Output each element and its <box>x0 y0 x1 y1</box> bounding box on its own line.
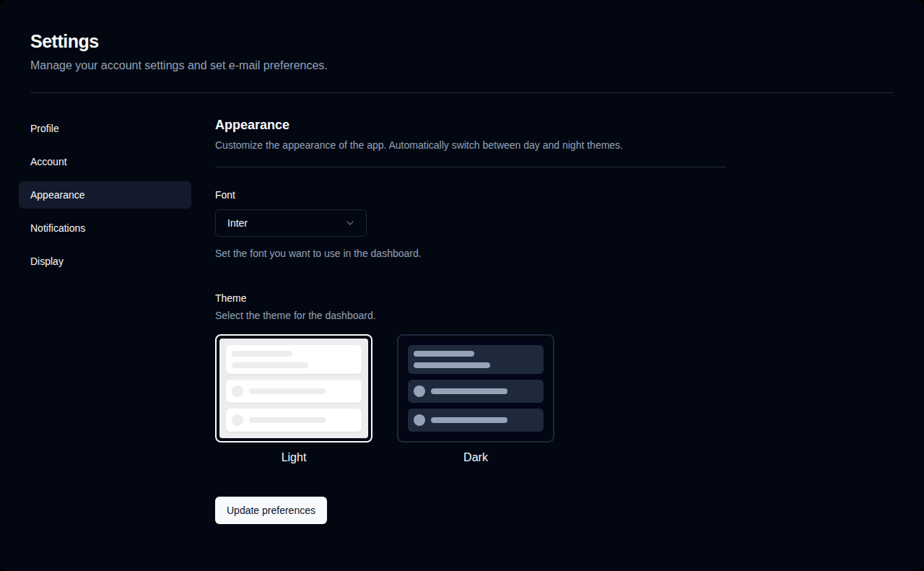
skeleton-dot <box>232 385 243 397</box>
theme-options: Light <box>215 334 726 465</box>
skeleton-card <box>408 409 544 432</box>
update-preferences-button[interactable]: Update preferences <box>215 497 327 524</box>
theme-option-dark-label: Dark <box>397 443 554 465</box>
font-helper-text: Set the font you want to use in the dash… <box>215 246 726 261</box>
skeleton-card <box>408 380 544 403</box>
theme-field: Theme Select the theme for the dashboard… <box>215 292 726 465</box>
font-field: Font Inter Set the font you want to use … <box>215 189 726 261</box>
dark-preview-panel <box>401 339 550 438</box>
chevron-down-icon <box>344 217 356 229</box>
skeleton-bar <box>232 362 308 368</box>
skeleton-bar <box>249 388 326 394</box>
skeleton-card <box>226 409 362 432</box>
settings-page: Settings Manage your account settings an… <box>0 0 924 571</box>
content-area: Profile Account Appearance Notifications… <box>0 93 924 524</box>
skeleton-dot <box>414 414 425 426</box>
sidebar-item-account[interactable]: Account <box>19 148 191 175</box>
sidebar-item-profile[interactable]: Profile <box>19 115 191 142</box>
theme-option-light-label: Light <box>215 443 372 465</box>
font-select[interactable]: Inter <box>215 209 367 237</box>
theme-label: Theme <box>215 292 726 304</box>
theme-preview-light <box>215 334 372 443</box>
sidebar-item-display[interactable]: Display <box>19 248 191 275</box>
settings-sidebar: Profile Account Appearance Notifications… <box>19 115 191 524</box>
section-heading: Appearance <box>215 115 726 135</box>
appearance-section: Appearance Customize the appearance of t… <box>215 115 726 524</box>
skeleton-bar <box>431 417 507 423</box>
skeleton-bar <box>249 417 326 423</box>
theme-option-dark[interactable]: Dark <box>397 334 554 465</box>
skeleton-bar <box>414 362 490 368</box>
light-preview-panel <box>219 339 368 438</box>
skeleton-bar <box>431 388 507 394</box>
font-label: Font <box>215 189 726 201</box>
sidebar-item-notifications[interactable]: Notifications <box>19 214 191 242</box>
skeleton-card <box>226 345 362 374</box>
page-subtitle: Manage your account settings and set e-m… <box>30 58 894 74</box>
section-description: Customize the appearance of the app. Aut… <box>215 138 726 152</box>
section-separator <box>215 167 726 167</box>
theme-description: Select the theme for the dashboard. <box>215 308 726 323</box>
sidebar-item-appearance[interactable]: Appearance <box>19 181 191 209</box>
skeleton-card <box>226 380 362 403</box>
skeleton-bar <box>414 351 474 357</box>
theme-option-light[interactable]: Light <box>215 334 372 465</box>
skeleton-dot <box>232 414 243 426</box>
font-select-value: Inter <box>227 217 248 229</box>
theme-preview-dark <box>397 334 554 443</box>
skeleton-card <box>408 345 544 374</box>
page-header: Settings Manage your account settings an… <box>0 0 924 93</box>
page-title: Settings <box>30 30 894 52</box>
skeleton-dot <box>414 385 425 397</box>
skeleton-bar <box>232 351 292 357</box>
